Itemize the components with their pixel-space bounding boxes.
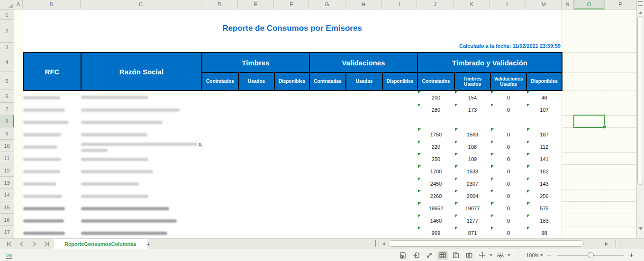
vscroll-thumb[interactable] <box>637 16 643 185</box>
cell-tv-validaciones-usadas[interactable]: 0 <box>490 165 526 178</box>
cell-tv-validaciones-usadas[interactable]: 0 <box>490 90 526 104</box>
cell-empty[interactable] <box>238 178 274 190</box>
cell-empty[interactable] <box>346 178 382 190</box>
row-header-12[interactable]: 12 <box>0 164 14 177</box>
cell-tv-contratados[interactable]: 220 <box>417 141 454 153</box>
cell-tv-disponibles[interactable]: 112 <box>526 141 562 153</box>
first-sheet-button[interactable] <box>4 239 15 249</box>
cell-empty[interactable] <box>382 165 417 178</box>
cell-tv-contratados[interactable]: 19652 <box>417 202 454 215</box>
row-header-15[interactable]: 15 <box>0 201 14 214</box>
cell-empty[interactable] <box>382 202 417 215</box>
cell-empty[interactable] <box>309 104 346 116</box>
cell-empty[interactable] <box>202 128 238 141</box>
cell-empty[interactable] <box>238 202 274 215</box>
cell-empty[interactable] <box>274 128 309 141</box>
cell-tv-timbres-usados[interactable]: 108 <box>454 141 490 153</box>
cell-empty[interactable] <box>274 165 309 178</box>
sheet-tab-active[interactable]: ReporteConsumosColumnas <box>54 239 147 249</box>
row-header-6[interactable]: 6 <box>0 90 14 103</box>
cell-empty[interactable] <box>274 178 309 190</box>
cell-tv-validaciones-usadas[interactable] <box>490 116 526 128</box>
cell-razon-social[interactable] <box>81 215 202 227</box>
column-header-M[interactable]: M <box>526 0 562 9</box>
cell-rfc[interactable] <box>23 116 81 128</box>
cell-empty[interactable] <box>346 90 382 104</box>
cell-tv-contratados[interactable]: 2450 <box>417 178 454 190</box>
cell-empty[interactable] <box>309 165 346 178</box>
cell-empty[interactable] <box>202 190 238 202</box>
cell-rfc[interactable] <box>23 90 81 104</box>
cell-empty[interactable] <box>346 190 382 202</box>
cell-empty[interactable] <box>346 165 382 178</box>
row-header-17[interactable]: 17 <box>0 226 14 238</box>
cell-empty[interactable] <box>382 104 417 116</box>
cell-rfc[interactable] <box>23 104 81 116</box>
cell-tv-timbres-usados[interactable]: 2004 <box>454 190 490 202</box>
cell-tv-contratados[interactable]: 200 <box>417 90 454 104</box>
cell-empty[interactable] <box>382 116 417 128</box>
row-header-8[interactable]: 8 <box>0 115 14 127</box>
cell-empty[interactable] <box>346 104 382 116</box>
cell-tv-timbres-usados[interactable]: 109 <box>454 153 490 165</box>
column-header-O[interactable]: O <box>574 0 605 9</box>
cell-empty[interactable] <box>274 90 309 104</box>
hscroll-thumb[interactable] <box>389 240 584 247</box>
cell-tv-timbres-usados[interactable]: 19077 <box>454 202 490 215</box>
row-header-7[interactable]: 7 <box>0 103 14 115</box>
row-header-3[interactable]: 3 <box>0 43 14 52</box>
zoom-slider[interactable] <box>557 255 624 256</box>
cell-rfc[interactable] <box>23 227 81 238</box>
cell-empty[interactable] <box>238 190 274 202</box>
cell-empty[interactable] <box>346 202 382 215</box>
cell-razon-social[interactable] <box>81 190 202 202</box>
cell-tv-timbres-usados[interactable]: 2307 <box>454 178 490 190</box>
column-header-K[interactable]: K <box>454 0 490 9</box>
fill-handle[interactable] <box>603 125 607 129</box>
cell-rfc[interactable] <box>23 178 81 190</box>
column-header-J[interactable]: J <box>417 0 454 9</box>
column-header-B[interactable]: B <box>23 0 81 9</box>
cell-tv-disponibles[interactable]: 256 <box>526 190 562 202</box>
cell-tv-disponibles[interactable]: 187 <box>526 128 562 141</box>
cell-tv-validaciones-usadas[interactable]: 0 <box>490 202 526 215</box>
cell-rfc[interactable] <box>23 202 81 215</box>
row-header-1[interactable]: 1 <box>0 9 14 20</box>
cell-tv-contratados[interactable] <box>417 116 454 128</box>
cell-rfc[interactable] <box>23 153 81 165</box>
cell-tv-validaciones-usadas[interactable]: 0 <box>490 104 526 116</box>
freeze-panes-caret-icon[interactable] <box>490 254 492 256</box>
cell-empty[interactable] <box>309 202 346 215</box>
cell-empty[interactable] <box>274 116 309 128</box>
cell-empty[interactable] <box>309 215 346 227</box>
cell-empty[interactable] <box>309 141 346 153</box>
cell-rfc[interactable] <box>23 215 81 227</box>
cell-tv-disponibles[interactable]: 575 <box>526 202 562 215</box>
cell-empty[interactable] <box>309 227 346 238</box>
row-header-11[interactable]: 11 <box>0 152 14 164</box>
cell-tv-timbres-usados[interactable]: 173 <box>454 104 490 116</box>
cell-tv-disponibles[interactable]: 143 <box>526 178 562 190</box>
cell-tv-contratados[interactable]: 1750 <box>417 128 454 141</box>
row-header-10[interactable]: 10 <box>0 140 14 152</box>
cell-razon-social[interactable] <box>81 104 202 116</box>
cell-empty[interactable] <box>202 153 238 165</box>
cell-empty[interactable] <box>202 165 238 178</box>
cell-tv-validaciones-usadas[interactable]: 0 <box>490 227 526 238</box>
cell-empty[interactable] <box>382 141 417 153</box>
cell-empty[interactable] <box>238 104 274 116</box>
cell-empty[interactable] <box>274 153 309 165</box>
cell-tv-validaciones-usadas[interactable]: 0 <box>490 141 526 153</box>
vscroll-down-arrow[interactable] <box>639 227 643 230</box>
add-sheet-button[interactable]: + <box>142 239 154 249</box>
cell-empty[interactable] <box>274 141 309 153</box>
column-header-G[interactable]: G <box>309 0 345 9</box>
vscroll-up-arrow[interactable] <box>639 11 643 14</box>
cell-empty[interactable] <box>346 116 382 128</box>
cell-tv-disponibles[interactable] <box>526 116 562 128</box>
cell-empty[interactable] <box>309 90 346 104</box>
cell-razon-social[interactable] <box>81 227 202 238</box>
column-header-N[interactable]: N <box>562 0 574 9</box>
cell-tv-timbres-usados[interactable]: 1563 <box>454 128 490 141</box>
page-break-preview-icon[interactable] <box>451 251 461 260</box>
